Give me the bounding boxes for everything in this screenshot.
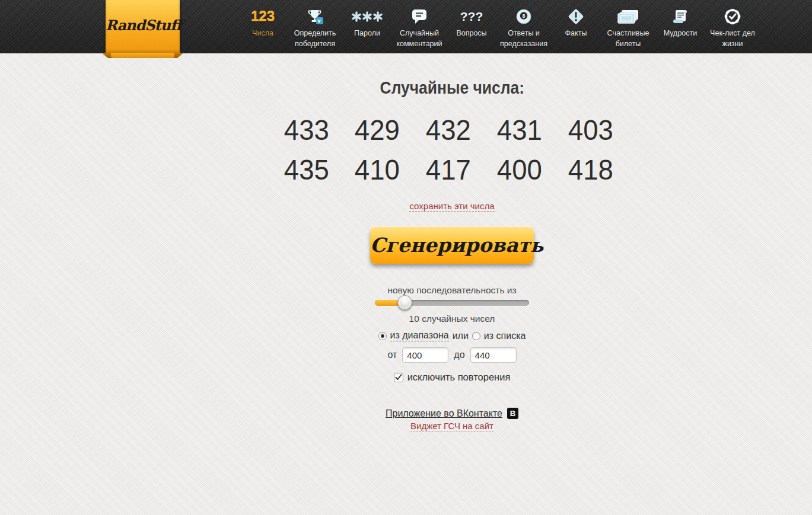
range-from-input[interactable] bbox=[402, 347, 448, 363]
vk-app-row: Приложение во ВКонтакте В bbox=[274, 408, 630, 419]
nav-label: Чек-лист дел жизни bbox=[710, 29, 755, 48]
nav-label: Ответы и предсказания bbox=[500, 29, 547, 48]
range-from-label: от bbox=[387, 350, 397, 360]
question-marks-icon: ??? bbox=[445, 5, 498, 27]
numbers-row-2: 435 410 417 400 418 bbox=[270, 150, 626, 190]
save-numbers-link[interactable]: сохранить эти числа bbox=[409, 201, 494, 212]
mode-range-label[interactable]: из диапазона bbox=[390, 330, 449, 341]
slider-label-below: 10 случайных чисел bbox=[274, 314, 630, 324]
exclude-repeats-row: исключить повторения bbox=[274, 372, 630, 383]
number-value: 417 bbox=[426, 150, 471, 190]
radio-from-list[interactable] bbox=[472, 332, 480, 340]
magic-eight-ball-icon: 8 bbox=[498, 5, 550, 27]
generate-row: Сгенерировать bbox=[274, 226, 630, 264]
nav-label: Вопросы bbox=[456, 29, 486, 37]
count-slider bbox=[375, 300, 529, 306]
slider-handle[interactable] bbox=[397, 295, 412, 310]
nav-item-questions[interactable]: ??? Вопросы bbox=[445, 0, 498, 53]
nav-item-numbers[interactable]: 123 Числа bbox=[237, 0, 289, 53]
scroll-icon bbox=[654, 5, 706, 27]
numbers-123-icon: 123 bbox=[237, 5, 289, 27]
exclamation-diamond-icon bbox=[550, 5, 602, 27]
slider-track[interactable] bbox=[375, 300, 529, 306]
number-value: 429 bbox=[355, 110, 400, 150]
random-numbers-grid: 433 429 432 431 403 435 410 417 400 418 bbox=[270, 110, 626, 190]
number-value: 410 bbox=[355, 150, 400, 190]
save-row: сохранить эти числа bbox=[274, 201, 630, 212]
range-inputs-row: от до bbox=[274, 347, 630, 363]
number-value: 431 bbox=[497, 110, 542, 150]
number-value: 403 bbox=[568, 110, 613, 150]
widget-row: Виджет ГСЧ на сайт bbox=[274, 421, 630, 431]
asterisks-icon bbox=[341, 5, 393, 27]
number-value: 433 bbox=[284, 110, 329, 150]
nav-label: Определить победителя bbox=[294, 29, 336, 48]
page: 123 Числа Определить победите bbox=[0, 0, 812, 515]
number-value: 432 bbox=[426, 110, 471, 150]
nav-item-random-comment[interactable]: Случайный комментарий bbox=[393, 0, 445, 53]
nav-item-passwords[interactable]: Пароли bbox=[341, 0, 393, 53]
vk-icon[interactable]: В bbox=[507, 408, 518, 419]
nav-label: Числа bbox=[252, 29, 273, 37]
exclude-repeats-checkbox[interactable] bbox=[394, 373, 403, 382]
nav-item-pick-winner[interactable]: Определить победителя bbox=[289, 0, 341, 53]
tickets-icon bbox=[602, 5, 654, 27]
number-value: 418 bbox=[568, 150, 613, 190]
main-nav: 123 Числа Определить победите bbox=[237, 0, 759, 53]
mode-selector-row: из диапазона или из списка bbox=[274, 330, 630, 341]
nav-item-wisdoms[interactable]: Мудрости bbox=[654, 0, 706, 53]
nav-item-answers-predictions[interactable]: 8 Ответы и предсказания bbox=[498, 0, 550, 53]
number-value: 400 bbox=[497, 150, 542, 190]
radio-from-range[interactable] bbox=[378, 332, 387, 340]
svg-text:8: 8 bbox=[522, 12, 525, 18]
mode-or-label: или bbox=[453, 331, 469, 341]
nav-label: Факты bbox=[565, 29, 587, 37]
check-seal-icon bbox=[706, 5, 759, 27]
vk-app-link[interactable]: Приложение во ВКонтакте bbox=[386, 408, 502, 419]
slider-label-above: новую последовательность из bbox=[274, 285, 630, 296]
trophy-vk-icon bbox=[289, 5, 341, 27]
rng-widget-link[interactable]: Виджет ГСЧ на сайт bbox=[410, 421, 493, 431]
nav-item-facts[interactable]: Факты bbox=[550, 0, 602, 53]
range-to-input[interactable] bbox=[470, 347, 517, 363]
numbers-row-1: 433 429 432 431 403 bbox=[270, 110, 626, 150]
nav-label: Пароли bbox=[354, 29, 380, 37]
nav-label: Счастливые билеты bbox=[607, 29, 649, 48]
range-to-label: до bbox=[454, 350, 464, 360]
nav-item-life-checklist[interactable]: Чек-лист дел жизни bbox=[706, 0, 759, 53]
logo-text: RandStuff bbox=[106, 0, 180, 51]
speech-bubble-icon bbox=[393, 5, 445, 27]
generate-button[interactable]: Сгенерировать bbox=[370, 226, 534, 264]
page-title: Случайные числа: bbox=[274, 78, 630, 98]
exclude-repeats-label[interactable]: исключить повторения bbox=[407, 372, 511, 383]
nav-label: Мудрости bbox=[664, 29, 698, 37]
number-value: 435 bbox=[284, 150, 329, 190]
logo-ribbon[interactable]: RandStuff bbox=[106, 0, 180, 53]
nav-item-lucky-tickets[interactable]: Счастливые билеты bbox=[602, 0, 654, 53]
mode-list-label[interactable]: из списка bbox=[484, 331, 526, 341]
nav-label: Случайный комментарий bbox=[396, 29, 442, 48]
